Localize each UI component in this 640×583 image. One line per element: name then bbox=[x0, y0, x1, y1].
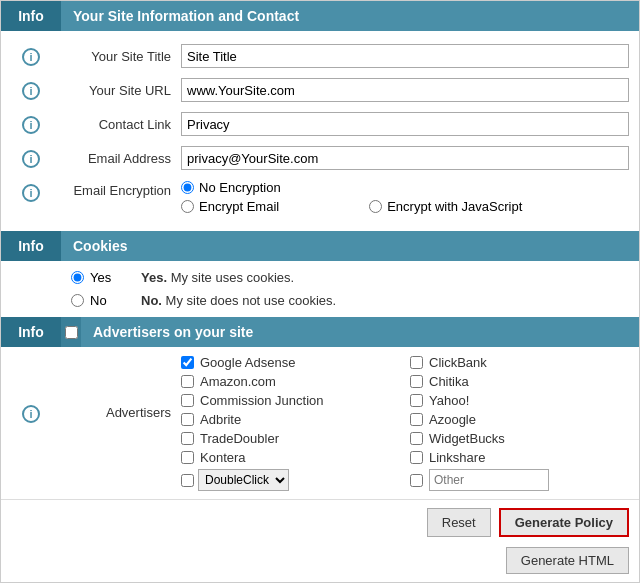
cookie-no-radio[interactable] bbox=[71, 294, 84, 307]
cookie-yes-label: Yes bbox=[90, 270, 111, 285]
email-address-info-col: i bbox=[1, 146, 61, 168]
encryption-js-label: Encrypt with JavaScript bbox=[387, 199, 522, 214]
encryption-radio-row2: Encrypt Email Encrypt with JavaScript bbox=[181, 199, 639, 218]
site-info-title: Your Site Information and Contact bbox=[61, 8, 299, 24]
advertiser-adbrite-checkbox[interactable] bbox=[181, 413, 194, 426]
contact-link-info-icon[interactable]: i bbox=[22, 116, 40, 134]
advertiser-clickbank-checkbox[interactable] bbox=[410, 356, 423, 369]
advertiser-commission-junction: Commission Junction bbox=[181, 393, 400, 408]
advertiser-chitika-label: Chitika bbox=[429, 374, 469, 389]
advertiser-yahoo-checkbox[interactable] bbox=[410, 394, 423, 407]
contact-link-row: i Contact Link bbox=[1, 107, 639, 141]
cookie-yes-radio-col: Yes bbox=[61, 270, 141, 285]
encryption-none-label: No Encryption bbox=[199, 180, 281, 195]
cookie-yes-strong: Yes. bbox=[141, 270, 167, 285]
advertiser-grid: Google Adsense ClickBank Amazon.com Chit… bbox=[181, 355, 629, 491]
advertiser-clickbank-label: ClickBank bbox=[429, 355, 487, 370]
advertiser-tradedoubler-checkbox[interactable] bbox=[181, 432, 194, 445]
advertisers-header-checkbox[interactable] bbox=[65, 326, 78, 339]
advertiser-azoogle-checkbox[interactable] bbox=[410, 413, 423, 426]
encryption-label: Email Encryption bbox=[61, 180, 181, 198]
advertiser-kontera-checkbox[interactable] bbox=[181, 451, 194, 464]
advertiser-other-checkbox[interactable] bbox=[410, 474, 423, 487]
footer-buttons-row: Reset Generate Policy bbox=[1, 499, 639, 545]
advertiser-widgetbucks-label: WidgetBucks bbox=[429, 431, 505, 446]
generate-html-button[interactable]: Generate HTML bbox=[506, 547, 629, 574]
site-url-label: Your Site URL bbox=[61, 78, 181, 98]
advertisers-info-icon[interactable]: i bbox=[22, 405, 40, 423]
cookies-section: Yes Yes. My site uses cookies. No No. My… bbox=[1, 261, 639, 317]
advertiser-doubleclick-checkbox[interactable] bbox=[181, 474, 194, 487]
advertiser-amazon-label: Amazon.com bbox=[200, 374, 276, 389]
email-address-label: Email Address bbox=[61, 146, 181, 166]
advertisers-header: Info Advertisers on your site bbox=[1, 317, 639, 347]
contact-link-input[interactable] bbox=[181, 112, 629, 136]
advertiser-yahoo-label: Yahoo! bbox=[429, 393, 469, 408]
advertiser-widgetbucks: WidgetBucks bbox=[410, 431, 629, 446]
site-url-input[interactable] bbox=[181, 78, 629, 102]
site-title-input[interactable] bbox=[181, 44, 629, 68]
advertiser-commission-junction-checkbox[interactable] bbox=[181, 394, 194, 407]
cookies-info-tab: Info bbox=[1, 231, 61, 261]
encryption-email-label: Encrypt Email bbox=[199, 199, 279, 214]
advertiser-google-adsense-label: Google Adsense bbox=[200, 355, 295, 370]
generate-policy-button[interactable]: Generate Policy bbox=[499, 508, 629, 537]
advertiser-adbrite: Adbrite bbox=[181, 412, 400, 427]
advertisers-row: i Advertisers Google Adsense ClickBank bbox=[1, 347, 639, 499]
main-container: Info Your Site Information and Contact i… bbox=[0, 0, 640, 583]
email-address-input[interactable] bbox=[181, 146, 629, 170]
site-url-input-col bbox=[181, 78, 639, 102]
advertiser-kontera: Kontera bbox=[181, 450, 400, 465]
encryption-info-icon[interactable]: i bbox=[22, 184, 40, 202]
contact-link-input-col bbox=[181, 112, 639, 136]
cookie-no-label: No bbox=[90, 293, 107, 308]
encryption-js-radio[interactable] bbox=[369, 200, 382, 213]
advertiser-amazon-checkbox[interactable] bbox=[181, 375, 194, 388]
advertiser-chitika: Chitika bbox=[410, 374, 629, 389]
advertisers-section: i Advertisers Google Adsense ClickBank bbox=[1, 347, 639, 499]
site-title-info-col: i bbox=[1, 44, 61, 66]
advertiser-azoogle: Azoogle bbox=[410, 412, 629, 427]
encryption-none-radio[interactable] bbox=[181, 181, 194, 194]
advertiser-other bbox=[410, 469, 629, 491]
site-url-row: i Your Site URL bbox=[1, 73, 639, 107]
encryption-info-col: i bbox=[1, 180, 61, 202]
email-address-input-col bbox=[181, 146, 639, 170]
advertisers-info-col: i bbox=[1, 355, 61, 423]
advertiser-commission-junction-label: Commission Junction bbox=[200, 393, 324, 408]
encryption-option-js: Encrypt with JavaScript bbox=[369, 199, 522, 214]
encryption-radio-row: No Encryption bbox=[181, 180, 639, 199]
encryption-option-none: No Encryption bbox=[181, 180, 281, 195]
advertisers-header-checkbox-area bbox=[61, 317, 81, 347]
reset-button[interactable]: Reset bbox=[427, 508, 491, 537]
advertiser-linkshare-checkbox[interactable] bbox=[410, 451, 423, 464]
advertiser-kontera-label: Kontera bbox=[200, 450, 246, 465]
encryption-email-radio[interactable] bbox=[181, 200, 194, 213]
advertiser-doubleclick-select[interactable]: DoubleClick Other bbox=[198, 469, 289, 491]
cookie-no-text: No. My site does not use cookies. bbox=[141, 293, 639, 308]
footer-bottom-row: Generate HTML bbox=[1, 545, 639, 582]
cookies-title: Cookies bbox=[61, 238, 127, 254]
cookie-yes-row: Yes Yes. My site uses cookies. bbox=[1, 266, 639, 289]
advertiser-other-input[interactable] bbox=[429, 469, 549, 491]
advertiser-widgetbucks-checkbox[interactable] bbox=[410, 432, 423, 445]
advertiser-chitika-checkbox[interactable] bbox=[410, 375, 423, 388]
contact-link-label: Contact Link bbox=[61, 112, 181, 132]
advertisers-grid-col: Google Adsense ClickBank Amazon.com Chit… bbox=[181, 355, 639, 491]
email-address-row: i Email Address bbox=[1, 141, 639, 175]
advertiser-azoogle-label: Azoogle bbox=[429, 412, 476, 427]
email-address-info-icon[interactable]: i bbox=[22, 150, 40, 168]
site-url-info-col: i bbox=[1, 78, 61, 100]
site-info-form: i Your Site Title i Your Site URL i Cont… bbox=[1, 31, 639, 231]
advertiser-amazon: Amazon.com bbox=[181, 374, 400, 389]
advertiser-adbrite-label: Adbrite bbox=[200, 412, 241, 427]
advertiser-yahoo: Yahoo! bbox=[410, 393, 629, 408]
site-title-info-icon[interactable]: i bbox=[22, 48, 40, 66]
site-info-header: Info Your Site Information and Contact bbox=[1, 1, 639, 31]
cookie-yes-radio[interactable] bbox=[71, 271, 84, 284]
advertiser-linkshare: Linkshare bbox=[410, 450, 629, 465]
advertiser-google-adsense-checkbox[interactable] bbox=[181, 356, 194, 369]
site-url-info-icon[interactable]: i bbox=[22, 82, 40, 100]
contact-link-info-col: i bbox=[1, 112, 61, 134]
site-title-label: Your Site Title bbox=[61, 44, 181, 64]
